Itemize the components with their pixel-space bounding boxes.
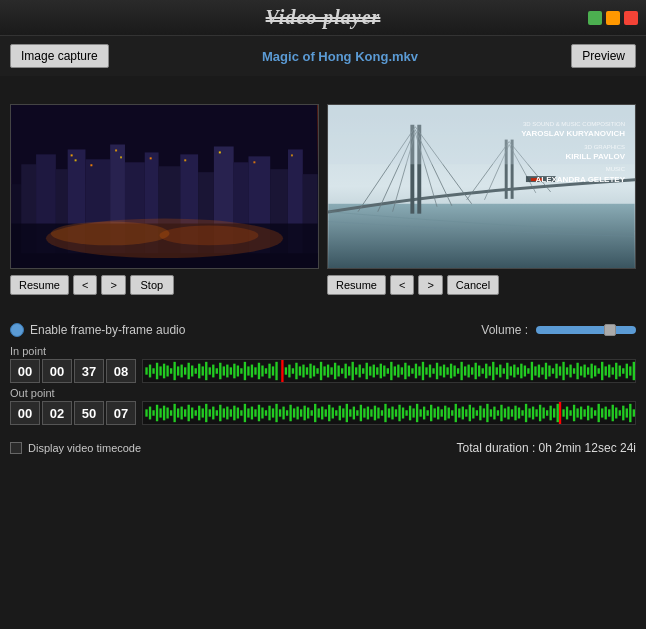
svg-point-31 — [51, 222, 170, 246]
svg-rect-301 — [532, 407, 534, 420]
out-point-row: 00 02 50 07 — [10, 401, 636, 425]
audio-options-row: Enable frame-by-frame audio Volume : — [10, 323, 636, 337]
volume-slider[interactable] — [536, 326, 636, 334]
display-timecode-text: Display video timecode — [28, 442, 141, 454]
svg-rect-294 — [507, 407, 509, 420]
svg-rect-159 — [524, 366, 526, 377]
out-hh[interactable]: 00 — [10, 401, 40, 425]
svg-rect-203 — [188, 405, 190, 422]
svg-rect-235 — [300, 409, 302, 416]
svg-rect-165 — [545, 363, 547, 380]
in-ff[interactable]: 08 — [106, 359, 136, 383]
svg-rect-124 — [401, 367, 403, 374]
left-resume-button[interactable]: Resume — [10, 275, 69, 295]
svg-rect-299 — [525, 404, 527, 422]
svg-rect-260 — [388, 408, 390, 417]
close-button[interactable] — [624, 11, 638, 25]
svg-rect-63 — [184, 367, 186, 374]
right-next-button[interactable]: > — [418, 275, 442, 295]
svg-rect-225 — [265, 410, 267, 416]
svg-rect-313 — [573, 405, 575, 422]
left-prev-button[interactable]: < — [73, 275, 97, 295]
svg-rect-263 — [398, 405, 400, 422]
svg-rect-146 — [478, 366, 480, 377]
frame-audio-label[interactable]: Enable frame-by-frame audio — [10, 323, 185, 337]
svg-rect-182 — [605, 366, 607, 375]
in-hh[interactable]: 00 — [10, 359, 40, 383]
svg-rect-104 — [330, 367, 332, 374]
svg-rect-247 — [342, 408, 344, 417]
svg-rect-64 — [188, 363, 190, 380]
svg-rect-82 — [251, 365, 253, 378]
svg-rect-140 — [457, 368, 459, 374]
minimize-button[interactable] — [588, 11, 602, 25]
preview-button[interactable]: Preview — [571, 44, 636, 68]
out-point-waveform — [142, 401, 636, 425]
image-capture-button[interactable]: Image capture — [10, 44, 109, 68]
svg-rect-168 — [555, 364, 557, 379]
frame-audio-checkbox[interactable] — [10, 323, 24, 337]
svg-rect-243 — [328, 405, 330, 422]
svg-rect-125 — [404, 363, 406, 380]
in-mm[interactable]: 00 — [42, 359, 72, 383]
svg-rect-65 — [191, 366, 193, 377]
right-cancel-button[interactable]: Cancel — [447, 275, 499, 295]
svg-rect-295 — [511, 409, 513, 416]
display-timecode-checkbox[interactable] — [10, 442, 22, 454]
svg-rect-320 — [598, 404, 600, 422]
left-video-frame[interactable] — [10, 104, 319, 269]
svg-rect-179 — [594, 366, 596, 377]
left-video-panel: Resume < > Stop — [10, 104, 319, 295]
svg-rect-122 — [394, 366, 396, 375]
right-resume-button[interactable]: Resume — [327, 275, 386, 295]
out-ss[interactable]: 50 — [74, 401, 104, 425]
svg-rect-119 — [383, 366, 385, 377]
svg-rect-240 — [318, 408, 320, 417]
svg-rect-55 — [156, 363, 158, 380]
svg-rect-114 — [366, 363, 368, 380]
svg-rect-293 — [504, 408, 506, 417]
out-mm[interactable]: 02 — [42, 401, 72, 425]
restore-button[interactable] — [606, 11, 620, 25]
svg-rect-56 — [159, 366, 161, 375]
svg-rect-296 — [514, 406, 516, 421]
svg-rect-76 — [230, 367, 232, 374]
volume-thumb[interactable] — [604, 324, 616, 336]
svg-rect-153 — [503, 368, 505, 374]
svg-rect-259 — [384, 404, 386, 422]
svg-rect-202 — [184, 409, 186, 416]
svg-rect-73 — [219, 363, 221, 380]
right-prev-button[interactable]: < — [390, 275, 414, 295]
right-video-frame[interactable]: 3D SOUND & MUSIC COMPOSITION YAROSLAV KU… — [327, 104, 636, 269]
video-credits: 3D SOUND & MUSIC COMPOSITION YAROSLAV KU… — [521, 120, 625, 185]
svg-rect-112 — [359, 365, 361, 378]
svg-rect-156 — [513, 365, 515, 378]
svg-rect-67 — [198, 364, 200, 379]
svg-rect-214 — [226, 407, 228, 420]
svg-rect-204 — [191, 408, 193, 419]
svg-rect-286 — [479, 406, 481, 421]
svg-rect-217 — [237, 408, 239, 419]
svg-rect-330 — [633, 409, 635, 416]
svg-rect-312 — [569, 410, 571, 416]
in-ss[interactable]: 37 — [74, 359, 104, 383]
out-ff[interactable]: 07 — [106, 401, 136, 425]
svg-rect-137 — [446, 367, 448, 374]
svg-rect-280 — [458, 408, 460, 417]
svg-rect-24 — [150, 157, 152, 159]
display-timecode-label[interactable]: Display video timecode — [10, 442, 141, 454]
left-next-button[interactable]: > — [101, 275, 125, 295]
svg-rect-326 — [619, 410, 621, 416]
svg-rect-323 — [608, 409, 610, 416]
svg-rect-264 — [402, 408, 404, 419]
svg-rect-308 — [553, 408, 555, 417]
left-stop-button[interactable]: Stop — [130, 275, 174, 295]
svg-rect-170 — [562, 362, 564, 380]
svg-rect-200 — [177, 408, 179, 417]
svg-rect-102 — [323, 366, 325, 375]
svg-rect-310 — [562, 409, 564, 416]
svg-rect-241 — [321, 407, 323, 420]
svg-rect-133 — [432, 368, 434, 374]
svg-rect-75 — [226, 365, 228, 378]
svg-rect-304 — [539, 405, 541, 422]
